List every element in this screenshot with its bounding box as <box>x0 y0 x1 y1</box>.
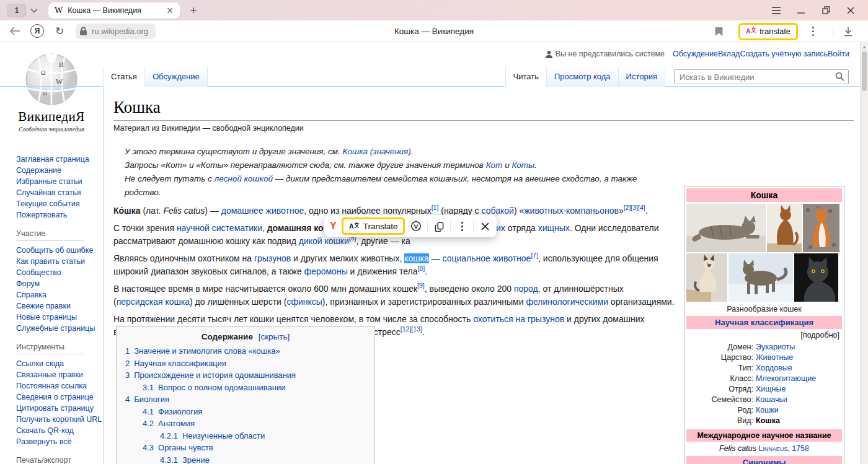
sidebar-link[interactable]: Получить короткий URL <box>16 414 103 425</box>
tab-view-source[interactable]: Просмотр кода <box>547 67 619 87</box>
tab-article[interactable]: Статья <box>103 67 145 87</box>
copy-icon[interactable] <box>433 220 445 232</box>
taxonomy-value-link[interactable]: Хордовые <box>756 363 792 374</box>
window-close-icon[interactable] <box>838 0 863 20</box>
species-year[interactable]: , 1758 <box>787 444 809 453</box>
reference-link[interactable]: [12][13] <box>401 325 422 333</box>
sidebar-link[interactable]: Сообщество <box>16 267 103 278</box>
popup-close-icon[interactable] <box>479 220 491 232</box>
article-link[interactable]: сфинксы <box>286 297 322 307</box>
sidebar-link[interactable]: Избранные статьи <box>16 176 103 187</box>
bookmark-icon[interactable] <box>710 23 727 40</box>
popup-translate-button[interactable]: A Translate <box>342 217 405 235</box>
tab-history[interactable]: История <box>619 67 665 87</box>
sidebar-link[interactable]: Случайная статья <box>16 187 103 198</box>
article-link[interactable]: персидская кошка <box>117 297 190 307</box>
sidebar-link[interactable]: Цитировать страницу <box>16 403 103 414</box>
reference-link[interactable]: [8] <box>417 265 425 272</box>
sidebar-link[interactable]: Связанные правки <box>16 369 103 380</box>
window-restore-icon[interactable] <box>813 0 838 20</box>
article-link[interactable]: феромоны <box>304 266 348 276</box>
sidebar-link[interactable]: Пожертвовать <box>16 209 103 221</box>
tab-list-chevron-icon[interactable] <box>26 4 42 17</box>
sidebar-link[interactable]: Справка <box>16 289 103 300</box>
synonyms-header[interactable]: Синонимы <box>686 456 842 464</box>
toc-item[interactable]: 3Происхождение и история одомашнивания <box>125 369 366 382</box>
tab-close-icon[interactable]: ✕ <box>166 6 174 15</box>
toc-item[interactable]: 1Значение и этимология слова «кошка» <box>125 345 366 357</box>
sidebar-link[interactable]: Скачать QR-код <box>16 425 103 436</box>
window-minimize-icon[interactable] <box>789 0 813 20</box>
sidebar-link[interactable]: Сообщить об ошибке <box>16 245 103 256</box>
article-link[interactable]: социальное животное <box>443 253 531 263</box>
classification-details-link[interactable]: [подробно] <box>686 329 842 341</box>
toc-item[interactable]: 3.1Вопрос о полном одомашнивании <box>143 382 366 394</box>
classification-header[interactable]: Научная классификация <box>686 316 842 329</box>
reference-link[interactable]: [2][3][4] <box>624 204 645 211</box>
toc-hide-toggle[interactable]: [скрыть] <box>259 332 290 341</box>
tab-read[interactable]: Читать <box>505 67 547 87</box>
personal-link[interactable]: Создать учётную запись <box>740 50 828 58</box>
tab-group-button[interactable]: 1 <box>7 4 26 17</box>
toc-item[interactable]: 4.3.1Зрение <box>160 454 366 464</box>
taxonomy-value-link[interactable]: Хищные <box>756 384 786 395</box>
sidebar-link[interactable]: Заглавная страница <box>16 154 103 165</box>
article-link[interactable]: собакой <box>482 206 514 216</box>
toc-item[interactable]: 4.2.1Неизученные области <box>160 430 366 442</box>
toc-item[interactable]: 4.3Органы чувств <box>143 442 366 454</box>
toc-item[interactable]: 4Биология <box>125 393 366 406</box>
article-link[interactable]: домашнее животное <box>221 206 304 216</box>
sidebar-link[interactable]: Постоянная ссылка <box>16 380 103 392</box>
toolbar-more-icon[interactable] <box>804 23 822 40</box>
article-link[interactable]: фелинологическими <box>526 297 608 307</box>
article-link[interactable]: Коты <box>512 160 534 170</box>
taxonomy-value-link[interactable]: Животные <box>756 352 793 363</box>
browser-menu-icon[interactable] <box>764 0 789 20</box>
sidebar-link[interactable]: Развернуть всё <box>16 436 103 447</box>
toolbar-translate-button[interactable]: A translate <box>738 23 798 40</box>
toc-item[interactable]: 2Научная классификация <box>125 357 366 370</box>
article-link[interactable]: охотиться на грызунов <box>473 314 564 324</box>
species-author-link[interactable]: Linnaeus <box>758 444 787 453</box>
article-link[interactable]: научной систематики <box>177 223 262 233</box>
reference-link[interactable]: [9] <box>417 282 425 289</box>
alice-assistant-icon[interactable] <box>410 220 422 232</box>
article-link[interactable]: грызунов <box>254 253 291 263</box>
taxonomy-value-link[interactable]: Кошки <box>756 405 779 416</box>
toc-item[interactable]: 4.2Анатомия <box>143 418 366 430</box>
article-link[interactable]: лесной кошкой <box>215 174 273 183</box>
article-link[interactable]: Кошка (значения). <box>343 147 414 156</box>
personal-link[interactable]: Обсуждение <box>673 50 718 58</box>
toc-item[interactable]: 4.1Физиология <box>143 406 366 418</box>
back-icon[interactable] <box>6 22 24 40</box>
popup-more-icon[interactable] <box>456 220 468 232</box>
address-bar[interactable]: ru.wikipedia.org <box>76 24 156 39</box>
sidebar-link[interactable]: Форум <box>16 278 103 289</box>
personal-link[interactable]: Войти <box>828 50 849 58</box>
taxonomy-value-link[interactable]: Эукариоты <box>756 342 795 352</box>
personal-link[interactable]: Вклад <box>718 50 740 58</box>
scrollbar-thumb[interactable] <box>862 51 867 91</box>
sidebar-link[interactable]: Содержание <box>16 165 103 176</box>
taxonomy-value-link[interactable]: Кошачьи <box>756 395 787 405</box>
reference-link[interactable]: [1] <box>432 204 439 211</box>
sidebar-link[interactable]: Текущие события <box>16 198 103 209</box>
article-link[interactable]: животных-компаньонов <box>524 206 619 216</box>
sidebar-link[interactable]: Как править статьи <box>16 256 103 267</box>
article-link[interactable]: хищных <box>538 223 570 233</box>
article-link[interactable]: пород <box>514 284 538 294</box>
article-link[interactable]: дикой кошки <box>299 236 349 246</box>
sidebar-link[interactable]: Сведения о странице <box>16 392 103 403</box>
reload-icon[interactable]: ↻ <box>51 22 68 40</box>
browser-tab-active[interactable]: W Кошка — Википедия ✕ <box>48 2 180 19</box>
sidebar-link[interactable]: Новые страницы <box>16 312 103 323</box>
article-link[interactable]: Кот <box>486 160 503 170</box>
search-icon[interactable] <box>835 72 844 83</box>
page-scrollbar[interactable]: ▲ <box>860 42 868 464</box>
download-icon[interactable] <box>839 23 857 40</box>
taxonomy-value-link[interactable]: Млекопитающие <box>756 374 816 384</box>
sidebar-link[interactable]: Свежие правки <box>16 300 103 312</box>
new-tab-button[interactable]: + <box>185 2 202 19</box>
reference-link[interactable]: [7] <box>531 252 538 259</box>
tab-talk[interactable]: Обсуждение <box>145 67 208 87</box>
